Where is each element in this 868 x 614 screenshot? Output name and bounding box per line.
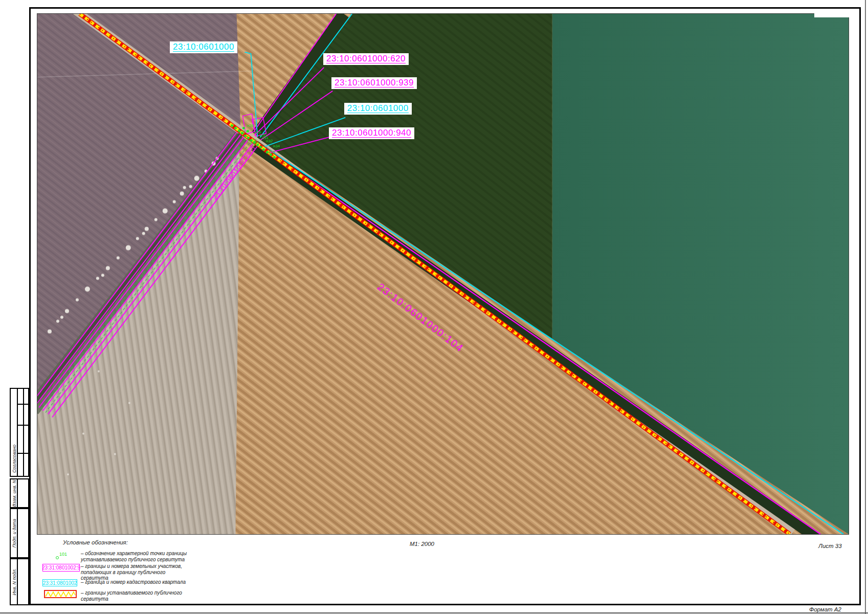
map-corner-notch xyxy=(814,13,849,17)
legend-servitut-band-symbol xyxy=(44,590,77,598)
format-note: Формат А2 xyxy=(809,606,841,612)
stamp-label: Подп. и дата xyxy=(12,519,17,547)
stamp-label: Инв. N подл. xyxy=(12,568,17,596)
legend-title: Условные обозначения: xyxy=(63,539,128,545)
stamp-label: Взам. инв. N xyxy=(12,480,17,507)
cadastral-sheet: { "colors": { "magenta": "#ff00ff", "cya… xyxy=(0,0,868,614)
stamp-box-podp-data: Подп. и дата xyxy=(10,508,29,558)
page-edge-bottom xyxy=(0,612,868,613)
callout-parcel-620: 23:10:0601000:620 xyxy=(323,53,409,65)
vertex-label: н105 xyxy=(266,150,275,155)
stamp-label: Согласовано xyxy=(12,445,17,473)
vertex-label: н32 xyxy=(266,139,273,143)
callout-kvartal-left: 23:10:0601000 xyxy=(170,41,237,53)
legend-point-number: 101 xyxy=(59,552,67,557)
stamp-box-inv-podl: Инв. N подл. xyxy=(10,558,29,605)
map-canvas[interactable] xyxy=(37,13,849,535)
legend-item-1-text: – обозначение характерной точки границыу… xyxy=(81,551,187,562)
legend-item-2-text: – границы и номера земельных участков,по… xyxy=(81,563,182,581)
stamp-box-soglasovano: Согласовано xyxy=(10,388,29,477)
callout-parcel-939: 23:10:0601000:939 xyxy=(331,77,417,89)
legend-kvartal-box-symbol: 23:31:0801002 xyxy=(42,579,77,586)
callout-parcel-940: 23:10:0601000:940 xyxy=(329,127,414,139)
vertex-label: н107 xyxy=(238,130,248,134)
vertex-point-icon xyxy=(56,556,59,559)
sheet-number: Лист 33 xyxy=(818,543,842,549)
vertex-label: н34 xyxy=(273,144,280,148)
scale-note: М1: 2000 xyxy=(394,541,450,547)
map-svg xyxy=(37,14,849,534)
legend-item-3-text: – граница и номер кадастрового квартала xyxy=(81,579,186,585)
legend-item-4-text: – границы устанавливаемого публичногосер… xyxy=(81,590,182,602)
stamp-box-vzam-inv: Взам. инв. N xyxy=(10,478,29,508)
vertex-label: н28 xyxy=(247,124,254,128)
legend-vertex-point-symbol: 101 xyxy=(55,552,75,561)
legend-parcel-box-symbol: 23:31:0801002:9 xyxy=(42,564,80,572)
vertex-label: н109 xyxy=(250,141,259,145)
callout-kvartal-right: 23:10:0601000 xyxy=(344,103,412,115)
page-edge-right xyxy=(865,0,866,614)
